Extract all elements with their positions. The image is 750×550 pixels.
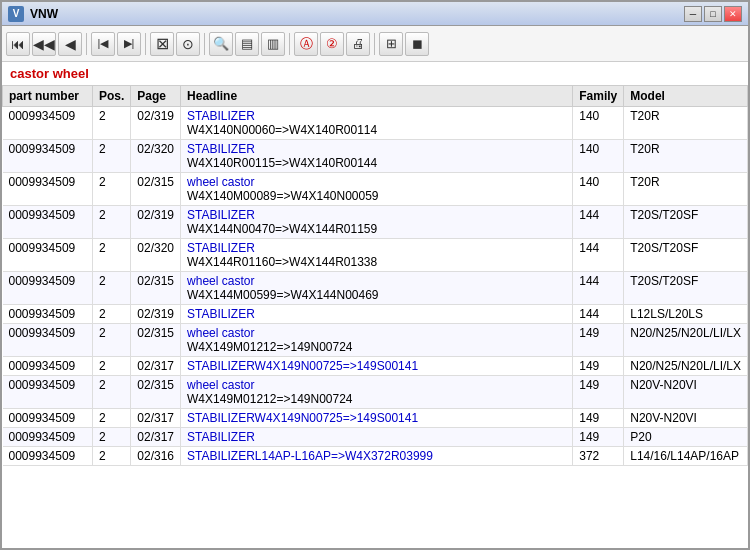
cell-part-number: 0009934509 — [3, 272, 93, 305]
cell-model: T20S/T20SF — [624, 272, 748, 305]
headline-link[interactable]: STABILIZER — [187, 208, 255, 222]
header-model: Model — [624, 86, 748, 107]
cell-family: 144 — [573, 305, 624, 324]
cell-part-number: 0009934509 — [3, 324, 93, 357]
cell-headline: STABILIZER — [181, 305, 573, 324]
cell-family: 372 — [573, 447, 624, 466]
main-window: V VNW ─ □ ✕ ⏮ ◀◀ ◀ |◀ ▶| ⊠ ⊙ 🔍 ▤ ▥ Ⓐ ② 🖨… — [0, 0, 750, 550]
headline-link[interactable]: STABILIZER — [187, 241, 255, 255]
cell-pos: 2 — [93, 324, 131, 357]
table-wrapper[interactable]: part number Pos. Page Headline Family Mo… — [2, 85, 748, 548]
cell-pos: 2 — [93, 107, 131, 140]
cell-page: 02/319 — [131, 107, 181, 140]
cell-part-number: 0009934509 — [3, 357, 93, 376]
cell-pos: 2 — [93, 376, 131, 409]
title-bar: V VNW ─ □ ✕ — [2, 2, 748, 26]
cell-model: T20S/T20SF — [624, 239, 748, 272]
results-table: part number Pos. Page Headline Family Mo… — [2, 85, 748, 466]
app-icon: V — [8, 6, 24, 22]
headline-detail: W4X149M01212=>149N00724 — [187, 340, 352, 354]
headline-link[interactable]: STABILIZERL14AP-L16AP=>W4X372R03999 — [187, 449, 433, 463]
headline-link[interactable]: STABILIZER — [187, 307, 255, 321]
headline-link[interactable]: wheel castor — [187, 274, 254, 288]
headline-detail: W4X144M00599=>W4X144N00469 — [187, 288, 378, 302]
table-row: 0009934509202/317STABILIZER149P20 — [3, 428, 748, 447]
circleA-button[interactable]: Ⓐ — [294, 32, 318, 56]
cell-model: T20R — [624, 140, 748, 173]
cell-headline: STABILIZERW4X144R01160=>W4X144R01338 — [181, 239, 573, 272]
cell-headline: wheel castorW4X140M00089=>W4X140N00059 — [181, 173, 573, 206]
close-button[interactable]: ✕ — [724, 6, 742, 22]
cell-headline: STABILIZERW4X140R00115=>W4X140R00144 — [181, 140, 573, 173]
headline-detail: W4X140M00089=>W4X140N00059 — [187, 189, 378, 203]
table-row: 0009934509202/317STABILIZERW4X149N00725=… — [3, 409, 748, 428]
first-button[interactable]: ⏮ — [6, 32, 30, 56]
filter1-button[interactable]: ⊠ — [150, 32, 174, 56]
headline-link[interactable]: STABILIZER — [187, 109, 255, 123]
headline-detail: W4X149M01212=>149N00724 — [187, 392, 352, 406]
cell-page: 02/319 — [131, 305, 181, 324]
header-page: Page — [131, 86, 181, 107]
cell-part-number: 0009934509 — [3, 305, 93, 324]
cell-page: 02/315 — [131, 324, 181, 357]
cell-model: L12LS/L20LS — [624, 305, 748, 324]
minimize-button[interactable]: ─ — [684, 6, 702, 22]
maximize-button[interactable]: □ — [704, 6, 722, 22]
toolbar: ⏮ ◀◀ ◀ |◀ ▶| ⊠ ⊙ 🔍 ▤ ▥ Ⓐ ② 🖨 ⊞ ◼ — [2, 26, 748, 62]
table-row: 0009934509202/315wheel castorW4X140M0008… — [3, 173, 748, 206]
cell-family: 149 — [573, 428, 624, 447]
cell-part-number: 0009934509 — [3, 173, 93, 206]
cell-family: 140 — [573, 140, 624, 173]
cell-pos: 2 — [93, 357, 131, 376]
headline-link[interactable]: wheel castor — [187, 326, 254, 340]
prev-fast-button[interactable]: ◀◀ — [32, 32, 56, 56]
cell-page: 02/315 — [131, 173, 181, 206]
cell-part-number: 0009934509 — [3, 206, 93, 239]
headline-link[interactable]: STABILIZERW4X149N00725=>149S00141 — [187, 411, 418, 425]
headline-link[interactable]: STABILIZER — [187, 142, 255, 156]
filter2-button[interactable]: ⊙ — [176, 32, 200, 56]
page-end-button[interactable]: ▶| — [117, 32, 141, 56]
title-bar-controls: ─ □ ✕ — [684, 6, 742, 22]
cell-family: 144 — [573, 272, 624, 305]
copy-button[interactable]: ⊞ — [379, 32, 403, 56]
cell-model: N20/N25/N20L/LI/LX — [624, 324, 748, 357]
headline-link[interactable]: wheel castor — [187, 378, 254, 392]
header-headline: Headline — [181, 86, 573, 107]
cell-pos: 2 — [93, 409, 131, 428]
title-bar-text: VNW — [30, 7, 58, 21]
print-button[interactable]: 🖨 — [346, 32, 370, 56]
cell-part-number: 0009934509 — [3, 447, 93, 466]
cell-headline: wheel castorW4X149M01212=>149N00724 — [181, 324, 573, 357]
cell-pos: 2 — [93, 140, 131, 173]
cell-page: 02/317 — [131, 428, 181, 447]
view2-button[interactable]: ▥ — [261, 32, 285, 56]
circle2-button[interactable]: ② — [320, 32, 344, 56]
cell-model: N20V-N20VI — [624, 376, 748, 409]
cell-pos: 2 — [93, 428, 131, 447]
headline-link[interactable]: STABILIZER — [187, 430, 255, 444]
cell-headline: STABILIZERW4X149N00725=>149S00141 — [181, 357, 573, 376]
headline-link[interactable]: STABILIZERW4X149N00725=>149S00141 — [187, 359, 418, 373]
cell-page: 02/319 — [131, 206, 181, 239]
view1-button[interactable]: ▤ — [235, 32, 259, 56]
cell-family: 140 — [573, 173, 624, 206]
table-row: 0009934509202/315wheel castorW4X144M0059… — [3, 272, 748, 305]
cell-pos: 2 — [93, 447, 131, 466]
headline-link[interactable]: wheel castor — [187, 175, 254, 189]
cell-model: P20 — [624, 428, 748, 447]
stop-button[interactable]: ◼ — [405, 32, 429, 56]
prev-button[interactable]: ◀ — [58, 32, 82, 56]
table-row: 0009934509202/319STABILIZERW4X140N00060=… — [3, 107, 748, 140]
table-row: 0009934509202/315wheel castorW4X149M0121… — [3, 376, 748, 409]
cell-model: N20/N25/N20L/LI/LX — [624, 357, 748, 376]
cell-page: 02/320 — [131, 140, 181, 173]
cell-page: 02/317 — [131, 357, 181, 376]
zoom-button[interactable]: 🔍 — [209, 32, 233, 56]
cell-part-number: 0009934509 — [3, 239, 93, 272]
cell-model: T20S/T20SF — [624, 206, 748, 239]
cell-family: 144 — [573, 239, 624, 272]
table-row: 0009934509202/315wheel castorW4X149M0121… — [3, 324, 748, 357]
page-start-button[interactable]: |◀ — [91, 32, 115, 56]
cell-family: 140 — [573, 107, 624, 140]
